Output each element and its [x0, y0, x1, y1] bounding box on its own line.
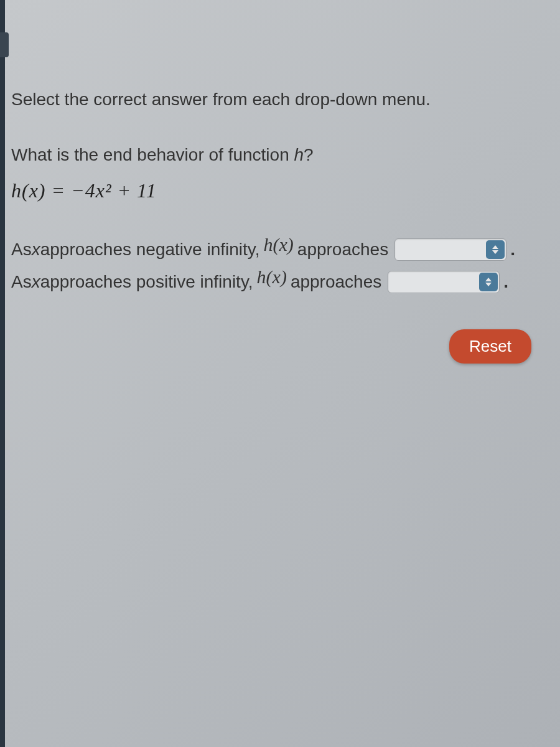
row2-hx: h(x) [257, 266, 287, 288]
row2-prefix: As [11, 269, 32, 295]
dropdown-2[interactable] [388, 271, 500, 293]
row2-mid2: approaches [291, 269, 381, 295]
left-edge-bar [0, 0, 5, 747]
row1-prefix: As [11, 237, 32, 263]
question-prefix: What is the end behavior of function [11, 145, 294, 164]
row2-period: . [503, 272, 508, 292]
equation-expression: h(x) = −4x² + 11 [11, 179, 157, 202]
row1-mid1: approaches negative infinity, [40, 237, 260, 263]
equation-text: h(x) = −4x² + 11 [11, 179, 549, 202]
question-content: Select the correct answer from each drop… [0, 25, 560, 364]
row2-mid1: approaches positive infinity, [40, 269, 253, 295]
row1-hx: h(x) [264, 234, 294, 255]
row1-variable: x [32, 237, 40, 263]
updown-arrows-icon [486, 240, 505, 259]
row1-period: . [510, 240, 515, 260]
instruction-text: Select the correct answer from each drop… [11, 87, 549, 111]
dropdown-1[interactable] [394, 238, 506, 261]
question-suffix: ? [304, 145, 314, 164]
question-text: What is the end behavior of function h? [11, 143, 549, 167]
row1-mid2: approaches [297, 237, 388, 263]
updown-arrows-icon [479, 273, 498, 291]
statement-row-1: As x approaches negative infinity, h(x) … [11, 237, 549, 263]
reset-button[interactable]: Reset [449, 329, 531, 364]
row2-variable: x [32, 269, 40, 295]
statement-row-2: As x approaches positive infinity, h(x) … [11, 269, 549, 295]
reset-button-wrap: Reset [11, 329, 549, 364]
tab-marker [0, 32, 9, 57]
question-function-name: h [294, 145, 304, 164]
